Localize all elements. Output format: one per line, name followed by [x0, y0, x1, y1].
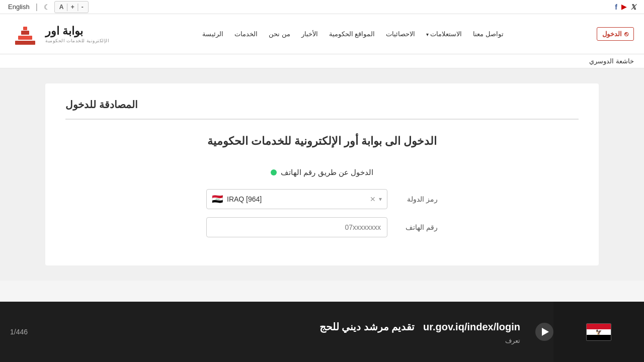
phone-input[interactable] [206, 217, 387, 237]
nav-links-container: تواصل معنا الاستعلامات الاحصائيات المواق… [109, 27, 597, 41]
video-extra-text: تعرف [48, 337, 520, 344]
country-select-content: IRAQ [964] 🇮🇶 [212, 194, 262, 205]
phone-login-label-row: الدخول عن طريق رقم الهاتف [271, 168, 373, 177]
phone-label: رقم الهاتف [397, 223, 438, 231]
social-icons-container: 𝕏 ▶ f [615, 3, 636, 11]
country-select-dropdown[interactable]: ▾ ✕ IRAQ [964] 🇮🇶 [206, 189, 387, 209]
main-navigation: ⎋ الدخول تواصل معنا الاستعلامات الاحصائي… [0, 14, 644, 54]
text-size-controls: - | + | A [54, 1, 89, 13]
flag-eagle-icon: 🦅 [596, 329, 602, 335]
logo-text: بوابة اور الإلكترونية للخدمات الحكومية [45, 25, 109, 43]
text-increase-button[interactable]: + [69, 3, 76, 11]
acc-separator-1: | [77, 3, 79, 12]
login-card: المصادقة للدخول الدخول الى بوابة أور الإ… [45, 83, 599, 265]
flag-white-stripe: 🦅 [587, 329, 611, 335]
login-button[interactable]: ⎋ الدخول [597, 27, 634, 41]
play-button[interactable] [535, 323, 553, 341]
card-header: المصادقة للدخول [65, 99, 579, 120]
dark-mode-icon[interactable]: ☾ [44, 3, 50, 11]
country-label: رمز الدولة [397, 195, 438, 203]
acc-separator-2: | [66, 3, 68, 12]
login-label: الدخول [602, 30, 622, 38]
facebook-icon[interactable]: f [615, 3, 617, 11]
site-logo: بوابة اور الإلكترونية للخدمات الحكومية [10, 22, 109, 47]
nav-istialam[interactable]: الاستعلامات [422, 27, 466, 41]
phone-number-row: رقم الهاتف [65, 217, 579, 237]
video-url: ur.gov.iq/index/login [423, 321, 520, 332]
svg-rect-0 [15, 41, 35, 45]
page-content: المصادقة للدخول الدخول الى بوابة أور الإ… [0, 68, 644, 281]
nav-akhbar[interactable]: الأخبار [297, 27, 322, 41]
video-counter-text: 1/446 [10, 328, 28, 336]
nav-tawasol[interactable]: تواصل معنا [469, 27, 508, 41]
video-counter: 1/446 [0, 328, 38, 336]
active-indicator [271, 169, 277, 175]
play-triangle-icon [542, 328, 549, 336]
username: خاشعة الدوسري [589, 57, 634, 65]
select-controls: ▾ ✕ [370, 195, 382, 203]
svg-rect-1 [18, 36, 32, 40]
logo-arabic-text: بوابة اور [45, 25, 83, 38]
country-code-row: رمز الدولة ▾ ✕ IRAQ [964] 🇮🇶 [65, 189, 579, 209]
english-language-link[interactable]: English [8, 3, 30, 11]
login-form-section: الدخول عن طريق رقم الهاتف رمز الدولة ▾ ✕… [65, 168, 579, 245]
video-thumbnail: 🦅 [553, 302, 644, 362]
youtube-icon[interactable]: ▶ [621, 3, 626, 11]
text-size-a-button[interactable]: A [58, 3, 65, 11]
logo-subtitle: الإلكترونية للخدمات الحكومية [45, 38, 109, 43]
iraq-flag-icon: 🇮🇶 [212, 194, 223, 205]
twitter-icon[interactable]: 𝕏 [630, 3, 636, 11]
nav-raiisah[interactable]: الرئيسة [198, 27, 227, 41]
nav-mawaqe[interactable]: المواقع الحكومية [325, 27, 379, 41]
text-decrease-button[interactable]: - [80, 3, 85, 11]
lang-separator: | [36, 3, 38, 12]
video-taaref: تعرف [505, 337, 520, 344]
nav-ihsaiyat[interactable]: الاحصائيات [382, 27, 419, 41]
svg-rect-2 [21, 31, 29, 35]
svg-rect-3 [23, 27, 27, 30]
video-bar: 🦅 ur.gov.iq/index/login تقديم مرشد ديني … [0, 302, 644, 362]
phone-login-text: الدخول عن طريق رقم الهاتف [281, 168, 373, 177]
card-main-title: الدخول الى بوابة أور الإلكترونية للخدمات… [65, 135, 579, 148]
flag-red-stripe [587, 324, 611, 329]
nav-khadamat[interactable]: الخدمات [230, 27, 262, 41]
country-name-text: IRAQ [964] [227, 195, 262, 203]
video-text-content: ur.gov.iq/index/login تقديم مرشد ديني لل… [38, 312, 530, 352]
accessibility-controls-container: - | + | A ☾ | English [8, 1, 89, 13]
nav-man-nahn[interactable]: من نحن [265, 27, 294, 41]
top-accessibility-bar: 𝕏 ▶ f - | + | A ☾ | English [0, 0, 644, 14]
flag-black-stripe [587, 335, 611, 340]
user-greeting: خاشعة الدوسري [0, 54, 644, 68]
login-icon: ⎋ [624, 30, 628, 38]
video-title: ur.gov.iq/index/login تقديم مرشد ديني لل… [48, 320, 520, 334]
video-main-title: تقديم مرشد ديني للحج [319, 321, 415, 332]
clear-country-button[interactable]: ✕ [370, 195, 376, 203]
logo-pyramid-icon [10, 22, 40, 47]
dropdown-arrow-icon: ▾ [379, 196, 382, 203]
card-title: المصادقة للدخول [65, 99, 138, 111]
iraq-flag-thumbnail: 🦅 [586, 323, 611, 341]
